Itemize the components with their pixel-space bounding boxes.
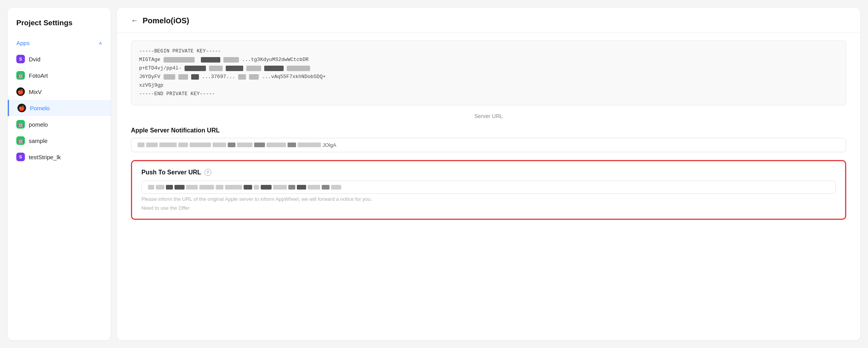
rb11 <box>288 143 296 147</box>
sample-label: sample <box>29 137 47 144</box>
prb1 <box>148 185 154 190</box>
prb16 <box>322 185 329 190</box>
masked-url: JOlgA <box>138 142 336 148</box>
rb10 <box>267 143 286 147</box>
sidebar-item-pomelo[interactable]: 🍎 Pomelo <box>8 100 111 116</box>
rb4 <box>178 143 188 147</box>
prb5 <box>186 185 198 190</box>
push-sub-label: Need to use the Offer <box>141 205 836 211</box>
key-line-3: J6YDyFV ...37697... ...vAq55F7xkhNDob5DQ… <box>139 73 838 81</box>
server-url-label: Server URL <box>131 113 846 119</box>
prb9 <box>244 185 252 190</box>
key-line-1: MIGTAge ...tg3KdyuMS2dwWCtcbDR <box>139 56 838 64</box>
pomelo-icon: 🍎 <box>17 104 26 112</box>
rb2 <box>146 143 158 147</box>
dvid-icon: S <box>16 55 25 63</box>
pomelo2-icon: 🤖 <box>16 120 25 129</box>
redacted-14 <box>249 74 259 80</box>
prb4 <box>174 185 185 190</box>
rb1 <box>138 143 145 147</box>
teststripe-label: testStripe_lk <box>29 154 61 160</box>
begin-private-key-text: -----BEGIN PRIVATE KEY----- <box>139 47 221 56</box>
fotoart-icon: 🤖 <box>16 71 25 80</box>
rb12 <box>298 143 321 147</box>
page-title: Pomelo(iOS) <box>143 16 189 25</box>
redacted-5 <box>209 66 223 71</box>
pomelo-label: Pomelo <box>30 105 50 111</box>
push-label-text: Push To Server URL <box>141 169 201 176</box>
key-line-begin: -----BEGIN PRIVATE KEY----- <box>139 47 838 56</box>
redacted-13 <box>238 74 246 80</box>
redacted-6 <box>226 66 243 71</box>
xzvgj9gp-text: xzVGj9gp <box>139 81 163 90</box>
dvid-label: Dvid <box>29 56 40 63</box>
prb2 <box>156 185 164 190</box>
rb6 <box>213 143 226 147</box>
prb11 <box>261 185 272 190</box>
push-to-server-input[interactable] <box>141 181 836 194</box>
apps-section-header[interactable]: Apps ∧ <box>8 37 111 49</box>
sidebar-title: Project Settings <box>8 19 111 37</box>
rb7 <box>228 143 235 147</box>
main-content: ← Pomelo(iOS) -----BEGIN PRIVATE KEY----… <box>117 8 860 340</box>
fotoart-label: FotoArt <box>29 72 48 79</box>
rb5 <box>190 143 211 147</box>
prb17 <box>331 185 341 190</box>
prb8 <box>225 185 242 190</box>
private-key-block: -----BEGIN PRIVATE KEY----- MIGTAge ...t… <box>131 40 846 105</box>
sidebar-items-list: S Dvid 🤖 FotoArt 🍎 MixV 🍎 Pomelo 🤖 pomel… <box>8 51 111 165</box>
redacted-12 <box>191 74 199 80</box>
sidebar-item-teststripe[interactable]: S testStripe_lk <box>8 149 111 165</box>
teststripe-icon: S <box>16 153 25 161</box>
url-suffix: JOlgA <box>322 142 336 148</box>
redacted-4 <box>185 66 206 71</box>
rb3 <box>159 143 177 147</box>
sidebar-item-pomelo2[interactable]: 🤖 pomelo <box>8 116 111 132</box>
sidebar-item-sample[interactable]: 🤖 sample <box>8 132 111 149</box>
redacted-7 <box>246 66 261 71</box>
rb8 <box>237 143 253 147</box>
sample-icon: 🤖 <box>16 136 25 145</box>
sidebar-item-dvid[interactable]: S Dvid <box>8 51 111 67</box>
apps-section-label: Apps <box>16 40 30 46</box>
prb7 <box>216 185 223 190</box>
prb6 <box>199 185 214 190</box>
push-url-masked <box>148 185 341 190</box>
apple-notification-section: Apple Server Notification URL JOlgA <box>131 127 846 152</box>
mixv-label: MixV <box>29 89 42 95</box>
redacted-9 <box>287 66 310 71</box>
redacted-3 <box>223 57 239 63</box>
pomelo2-label: pomelo <box>29 121 48 128</box>
apple-notification-input[interactable]: JOlgA <box>131 138 846 152</box>
prb3 <box>166 185 173 190</box>
chevron-up-icon: ∧ <box>99 40 102 46</box>
redacted-8 <box>264 66 284 71</box>
push-label: Push To Server URL ? <box>141 169 836 176</box>
key-line-4: xzVGj9gp <box>139 81 838 90</box>
key-line-2: p+ETD4vj/pp4l- <box>139 64 838 73</box>
redacted-11 <box>178 74 188 80</box>
mixv-icon: 🍎 <box>16 87 25 96</box>
redacted-1 <box>164 57 195 63</box>
redacted-2 <box>201 57 220 63</box>
help-icon[interactable]: ? <box>204 169 211 176</box>
prb12 <box>273 185 287 190</box>
back-button[interactable]: ← <box>131 17 138 25</box>
prb13 <box>288 185 295 190</box>
end-private-key-text: -----END PRIVATE KEY----- <box>139 90 215 98</box>
apple-notification-label: Apple Server Notification URL <box>131 127 846 134</box>
key-line-end: -----END PRIVATE KEY----- <box>139 90 838 98</box>
prb14 <box>297 185 306 190</box>
prb15 <box>308 185 320 190</box>
page-header: ← Pomelo(iOS) <box>117 8 860 33</box>
push-hint-text: Please inform the URL of the original Ap… <box>141 196 836 202</box>
sidebar: Project Settings Apps ∧ S Dvid 🤖 FotoArt… <box>8 8 111 340</box>
rb9 <box>254 143 265 147</box>
sidebar-item-mixv[interactable]: 🍎 MixV <box>8 84 111 100</box>
redacted-10 <box>164 74 175 80</box>
sidebar-item-fotoart[interactable]: 🤖 FotoArt <box>8 67 111 84</box>
prb10 <box>254 185 259 190</box>
push-to-server-section: Push To Server URL ? <box>131 160 846 220</box>
content-area: -----BEGIN PRIVATE KEY----- MIGTAge ...t… <box>117 40 860 234</box>
